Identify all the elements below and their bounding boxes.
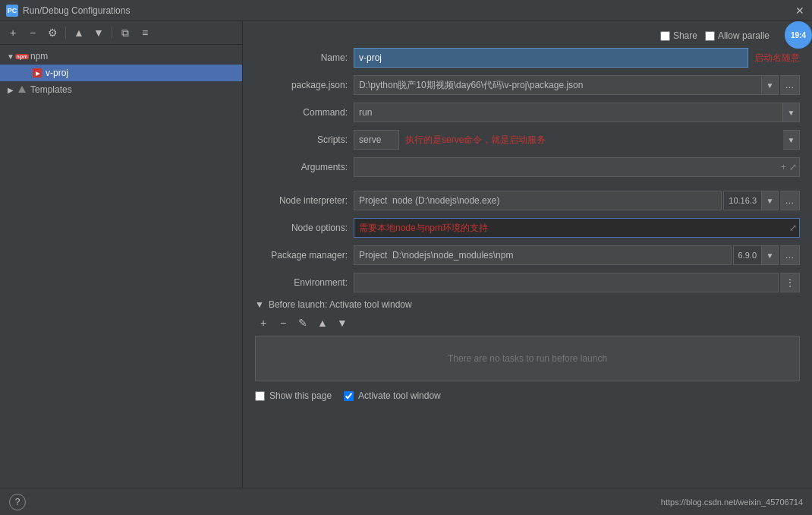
name-input-wrap: 启动名随意 <box>354 48 800 68</box>
before-launch-add[interactable]: + <box>255 314 272 331</box>
node-version-badge: 10.16.3 <box>723 191 762 210</box>
config-tree[interactable]: ▼ npm npm ▶ v-proj ▶ Templates <box>0 45 242 488</box>
package-manager-version-badge: 6.9.0 <box>733 245 762 265</box>
move-down-button[interactable]: ▼ <box>90 24 107 41</box>
show-this-page-option[interactable]: Show this page <box>255 390 332 401</box>
bottom-right: https://blog.csdn.net/weixin_45706714 <box>661 498 803 507</box>
command-dropdown[interactable]: ▼ <box>783 103 800 122</box>
expand-arg-icon[interactable]: ⤢ <box>789 162 797 172</box>
settings-button[interactable]: ⚙ <box>44 24 61 41</box>
sort-button[interactable]: ≡ <box>137 24 153 41</box>
header-options: Share Allow paralle 19:4 <box>255 30 800 41</box>
package-manager-input-wrap: 6.9.0 ▼ … <box>354 245 800 265</box>
environment-edit[interactable]: ⋮ <box>780 273 800 292</box>
node-options-expand[interactable]: ⤢ <box>789 223 797 233</box>
environment-input[interactable] <box>354 273 779 292</box>
before-launch-edit[interactable]: ✎ <box>294 314 311 331</box>
package-json-label: package.json: <box>255 80 354 90</box>
before-launch-remove[interactable]: − <box>275 314 291 331</box>
scripts-input[interactable] <box>354 130 399 150</box>
package-manager-input[interactable] <box>354 245 732 265</box>
scripts-dropdown[interactable]: ▼ <box>783 130 800 150</box>
show-this-page-checkbox[interactable] <box>255 391 265 401</box>
package-json-dropdown[interactable]: ▼ <box>762 75 779 95</box>
app-icon: PC <box>6 5 18 17</box>
command-row: Command: ▼ <box>255 102 800 123</box>
node-options-label: Node options: <box>255 223 354 233</box>
bottom-bar: ? https://blog.csdn.net/weixin_45706714 <box>0 488 812 515</box>
left-panel: + − ⚙ ▲ ▼ ⧉ ≡ ▼ npm npm ▶ <box>0 21 243 488</box>
arguments-input[interactable] <box>354 157 800 177</box>
tree-npm-group[interactable]: ▼ npm npm <box>0 48 242 65</box>
vproj-expand-icon <box>21 68 30 77</box>
move-up-button[interactable]: ▲ <box>71 24 87 41</box>
before-launch-label: Before launch: Activate tool window <box>269 299 412 310</box>
tree-vproj-item[interactable]: ▶ v-proj <box>0 65 242 81</box>
allow-parallel-option[interactable]: Allow paralle <box>705 30 770 41</box>
name-input[interactable] <box>354 48 748 68</box>
add-arg-icon[interactable]: + <box>781 162 786 172</box>
allow-parallel-checkbox[interactable] <box>705 31 715 41</box>
templates-expand-icon[interactable]: ▶ <box>6 85 15 94</box>
form-divider <box>255 184 800 190</box>
command-label: Command: <box>255 107 354 118</box>
node-interpreter-dropdown[interactable]: ▼ <box>762 191 779 210</box>
copy-config-button[interactable]: ⧉ <box>117 24 134 41</box>
package-json-browse[interactable]: … <box>780 75 800 95</box>
url-text: https://blog.csdn.net/weixin_45706714 <box>661 498 803 507</box>
command-input-wrap: ▼ <box>354 103 800 122</box>
arguments-row: Arguments: + ⤢ <box>255 156 800 178</box>
bottom-left: ? <box>9 494 26 510</box>
share-label: Share <box>673 30 697 41</box>
node-interpreter-browse[interactable]: … <box>780 191 800 210</box>
templates-label: Templates <box>30 84 72 95</box>
before-launch-empty-area: There are no tasks to run before launch <box>255 336 800 381</box>
close-button[interactable]: ✕ <box>794 5 806 17</box>
activate-tool-window-label: Activate tool window <box>358 390 441 401</box>
before-launch-up[interactable]: ▲ <box>314 314 331 331</box>
node-options-input[interactable] <box>354 218 800 238</box>
allow-parallel-label: Allow paralle <box>718 30 770 41</box>
vproj-icon: ▶ <box>32 68 42 78</box>
templates-icon <box>17 84 27 95</box>
name-annotation: 启动名随意 <box>754 52 800 65</box>
bottom-options-section: Show this page Activate tool window <box>255 390 800 401</box>
tree-templates-item[interactable]: ▶ Templates <box>0 81 242 98</box>
help-button[interactable]: ? <box>9 494 26 510</box>
node-options-row: Node options: ⤢ <box>255 217 800 239</box>
arguments-label: Arguments: <box>255 162 354 172</box>
arguments-input-wrap: + ⤢ <box>354 157 800 177</box>
share-checkbox[interactable] <box>660 31 670 41</box>
activate-tool-window-checkbox[interactable] <box>344 391 354 401</box>
name-row: Name: 启动名随意 <box>255 47 800 68</box>
package-manager-row: Package manager: 6.9.0 ▼ … <box>255 245 800 266</box>
package-json-input[interactable] <box>354 75 762 95</box>
before-launch-header: ▼ Before launch: Activate tool window <box>255 299 800 310</box>
package-manager-dropdown[interactable]: ▼ <box>762 245 779 265</box>
node-interpreter-input[interactable] <box>354 191 722 210</box>
name-label: Name: <box>255 52 354 63</box>
before-launch-toggle[interactable]: ▼ <box>255 299 264 310</box>
arguments-icons: + ⤢ <box>781 162 797 172</box>
package-manager-label: Package manager: <box>255 250 354 261</box>
share-option[interactable]: Share <box>660 30 697 41</box>
before-launch-section: ▼ Before launch: Activate tool window + … <box>255 299 800 381</box>
before-launch-toolbar: + − ✎ ▲ ▼ <box>255 314 800 331</box>
toolbar-separator <box>65 27 66 39</box>
add-config-button[interactable]: + <box>5 24 21 41</box>
before-launch-down[interactable]: ▼ <box>334 314 351 331</box>
package-json-input-wrap: ▼ … <box>354 75 800 95</box>
before-launch-empty-text: There are no tasks to run before launch <box>448 353 607 364</box>
scripts-row: Scripts: 执行的是serve命令，就是启动服务 ▼ <box>255 129 800 150</box>
package-manager-browse[interactable]: … <box>780 245 800 265</box>
title-bar-text: Run/Debug Configurations <box>23 5 130 16</box>
environment-label: Environment: <box>255 277 354 288</box>
right-panel: Share Allow paralle 19:4 Name: 启动名随意 pac… <box>243 21 812 488</box>
command-input[interactable] <box>354 103 783 122</box>
activate-tool-window-option[interactable]: Activate tool window <box>344 390 441 401</box>
time-display: 19:4 <box>785 21 812 49</box>
remove-config-button[interactable]: − <box>24 24 41 41</box>
vproj-label: v-proj <box>46 68 68 78</box>
node-interpreter-input-wrap: 10.16.3 ▼ … <box>354 191 800 210</box>
npm-expand-icon[interactable]: ▼ <box>6 52 15 61</box>
